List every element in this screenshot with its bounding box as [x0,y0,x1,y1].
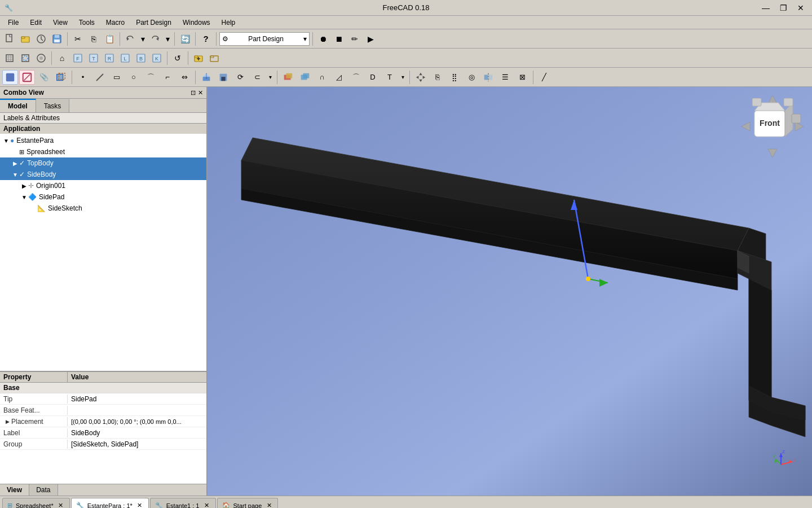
view-fit-sel[interactable] [18,51,33,65]
view-bottom[interactable]: B [134,51,148,65]
bool-common-btn[interactable]: ∩ [314,70,330,85]
arc-btn[interactable]: ⌒ [143,70,158,85]
part-bool-btn[interactable] [53,70,69,85]
view-rotate-left[interactable]: ↺ [170,51,185,65]
menu-windows[interactable]: Windows [177,17,216,28]
tree-item-sidesketch[interactable]: ▶ 📐 SideSketch [0,203,206,214]
menu-edit[interactable]: Edit [24,17,47,28]
bool-cut-btn[interactable] [280,70,296,85]
refresh-button[interactable]: 🔄 [178,32,192,46]
expand-topbody[interactable]: ▶ [11,159,19,167]
menu-view[interactable]: View [47,17,73,28]
navigation-cube[interactable]: Front [739,93,806,160]
combo-float-btn[interactable]: ⊡ [191,89,196,97]
record-macro[interactable]: ⏺ [316,32,330,46]
menu-partdesign[interactable]: Part Design [130,17,177,28]
groove-btn[interactable]: ⊂ [249,70,265,85]
prop-row-placement[interactable]: ▶ Placement [(0,00 0,00 1,00); 0,00 °; (… [0,416,206,427]
menu-help[interactable]: Help [216,17,241,28]
stop-macro[interactable]: ⏹ [332,32,346,46]
startpage-tab-close[interactable]: ✕ [265,502,273,509]
doc-tab-estante[interactable]: 🔧 EstantePara : 1* ✕ [71,498,149,508]
redo-dropdown[interactable]: ▾ [164,32,171,46]
combo-close-btn[interactable]: ✕ [198,89,203,97]
tab-data[interactable]: Data [29,484,58,496]
bool-fuse-btn[interactable] [297,70,313,85]
redo-button[interactable] [148,32,162,46]
new-button[interactable] [2,32,17,46]
tree-item-estante[interactable]: ▼ ● EstantePara [0,135,206,146]
polyline-btn[interactable]: ⌐ [160,70,175,85]
attach-sketch-btn[interactable]: 📎 [36,70,52,85]
paste-button[interactable]: 📋 [102,32,117,46]
edit-macro[interactable]: ✏ [347,32,362,46]
menu-tools[interactable]: Tools [73,17,100,28]
estante1-tab-close[interactable]: ✕ [203,502,211,509]
tab-tasks[interactable]: Tasks [36,99,70,112]
expand-sidebody[interactable]: ▼ [11,170,19,178]
doc-tab-spreadsheet[interactable]: ⊞ Spreadsheet* ✕ [2,498,70,508]
minimize-button[interactable]: — [758,2,773,14]
cut-button[interactable]: ✂ [70,32,85,46]
view-home[interactable]: ⌂ [55,51,69,65]
view-top[interactable]: T [86,51,101,65]
create-sketch-btn[interactable] [19,70,35,85]
prop-row-label[interactable]: Label SideBody [0,427,206,439]
rect-btn[interactable]: ▭ [109,70,125,85]
tree-item-spreadsheet[interactable]: ▶ ⊞ Spreadsheet [0,146,206,157]
help-button[interactable]: ? [198,32,213,46]
pad-btn[interactable] [198,70,214,85]
tree-item-sidepad[interactable]: ▼ 🔷 SidePad [0,191,206,203]
prop-row-tip[interactable]: Tip SidePad [0,393,206,405]
placement-expand-icon[interactable]: ▶ [3,419,11,424]
revert-button[interactable] [34,32,48,46]
estante-tab-close[interactable]: ✕ [136,502,144,509]
tab-view[interactable]: View [0,484,29,496]
menu-macro[interactable]: Macro [100,17,130,28]
thickness-btn[interactable]: T [382,70,398,85]
mirror-btn[interactable]: ⇔ [176,70,192,85]
draft-btn[interactable]: D [365,70,381,85]
view-right[interactable]: R [102,51,117,65]
3d-viewport[interactable]: Front X Y [208,87,812,496]
multitransform-btn[interactable]: ☰ [497,70,513,85]
move-btn[interactable] [413,70,429,85]
menu-file[interactable]: File [2,17,24,28]
save-button[interactable] [50,32,64,46]
undo-button[interactable] [123,32,138,46]
view-rear[interactable]: K [149,51,164,65]
view-front[interactable]: F [70,51,85,65]
more-ops2-btn[interactable]: ▾ [399,70,407,85]
doc-tab-estante1[interactable]: 🔧 Estante1 : 1 ✕ [150,498,216,508]
linear-pattern-btn[interactable]: ⣿ [447,70,462,85]
create-body-btn[interactable] [2,70,18,85]
view-left[interactable]: L [118,51,133,65]
chamfer-btn[interactable]: ◿ [331,70,347,85]
mirrored-btn[interactable] [480,70,496,85]
clone-btn[interactable]: ⎘ [430,70,445,85]
open-button[interactable] [18,32,33,46]
workbench-selector[interactable]: ⚙ Part Design ▾ [219,32,310,46]
scaled-btn[interactable]: ⊠ [514,70,530,85]
prop-row-group[interactable]: Group [SideSketch, SidePad] [0,439,206,450]
revolution-btn[interactable]: ⟳ [232,70,248,85]
spreadsheet-tab-close[interactable]: ✕ [57,502,65,509]
expand-sidepad[interactable]: ▼ [20,193,28,201]
fillet2-btn[interactable]: ⌒ [348,70,364,85]
doc-tab-startpage[interactable]: 🏠 Start page ✕ [217,498,279,508]
prop-row-basefeat[interactable]: Base Feat... [0,405,206,416]
point-btn[interactable]: • [75,70,91,85]
more-ops1-btn[interactable]: ▾ [266,70,274,85]
section-btn[interactable]: ╱ [536,70,552,85]
pocket-btn[interactable] [215,70,231,85]
expand-icon[interactable]: ▼ [2,137,10,144]
copy-button[interactable]: ⎘ [86,32,101,46]
run-macro[interactable]: ▶ [363,32,378,46]
view-style-dropdown[interactable] [34,51,48,65]
tree-item-sidebody[interactable]: ▼ ✓ SideBody [0,169,206,180]
new-folder-btn[interactable] [207,51,222,65]
open-folder-btn[interactable] [191,51,206,65]
tab-model[interactable]: Model [0,99,36,112]
expand-origin001[interactable]: ▶ [20,182,28,190]
maximize-button[interactable]: ❐ [776,2,791,14]
